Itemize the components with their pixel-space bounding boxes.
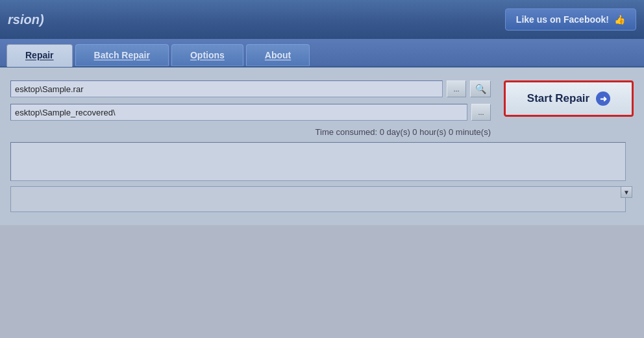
tab-about[interactable]: About <box>246 44 310 66</box>
thumbs-up-icon: 👍 <box>614 14 625 25</box>
browse-output-button[interactable]: ... <box>471 104 491 121</box>
output-folder-input[interactable] <box>10 104 467 121</box>
facebook-label: Like us on Facebook! <box>516 14 609 25</box>
tab-repair[interactable]: Repair <box>6 44 73 67</box>
scrollbar-down-button[interactable]: ▼ <box>621 186 632 198</box>
app-title: rsion) <box>8 12 44 27</box>
main-content: Start Repair ➜ ... 🔍 ... Time consumed: … <box>0 67 644 225</box>
start-repair-label: Start Repair <box>527 92 589 105</box>
browse-source-button[interactable]: ... <box>447 80 466 97</box>
source-file-input[interactable] <box>10 80 443 97</box>
log-area <box>10 142 626 181</box>
time-consumed-row: Time consumed: 0 day(s) 0 hour(s) 0 minu… <box>10 127 634 137</box>
search-source-button[interactable]: 🔍 <box>470 80 491 97</box>
time-consumed-label: Time consumed: <box>316 127 378 137</box>
tabs-bar: Repair Batch Repair Options About <box>0 39 644 67</box>
start-repair-button[interactable]: Start Repair ➜ <box>504 80 634 117</box>
time-consumed-value: 0 day(s) 0 hour(s) 0 minute(s) <box>380 127 491 137</box>
tab-options[interactable]: Options <box>171 44 243 66</box>
chevron-down-icon: ▼ <box>623 189 630 196</box>
header-bar: rsion) Like us on Facebook! 👍 <box>0 0 644 39</box>
facebook-button[interactable]: Like us on Facebook! 👍 <box>505 8 636 30</box>
tab-batch-repair[interactable]: Batch Repair <box>75 44 169 66</box>
arrow-right-icon: ➜ <box>596 91 610 106</box>
progress-area <box>10 186 626 212</box>
search-icon: 🔍 <box>475 84 486 94</box>
